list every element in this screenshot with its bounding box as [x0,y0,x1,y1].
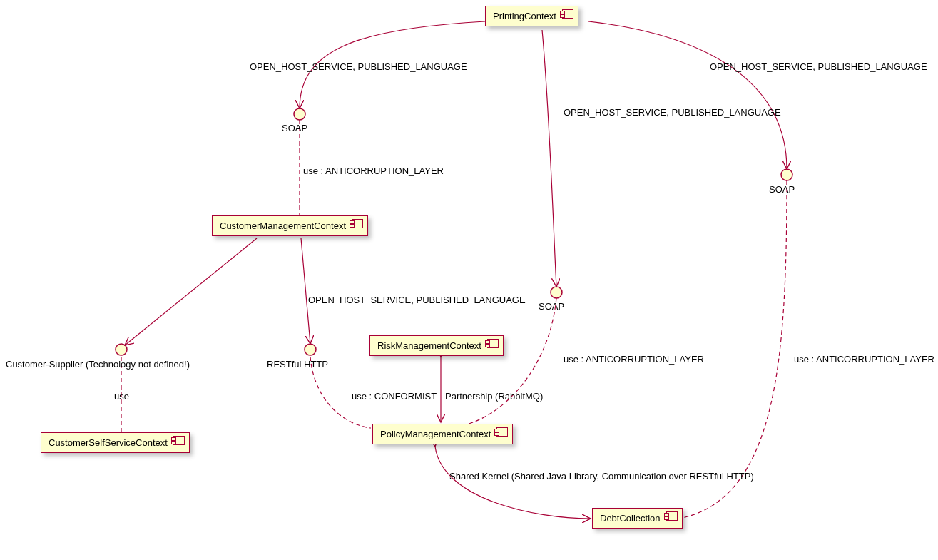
uml-component-icon [173,436,185,445]
component-label: PolicyManagementContext [380,429,491,439]
component-policy-management-context: PolicyManagementContext [372,424,513,444]
uml-component-icon [352,219,363,228]
label-acl-2: use : ANTICORRUPTION_LAYER [564,354,704,365]
component-customer-self-service-context: CustomerSelfServiceContext [41,432,190,453]
interface-label-soap-left: SOAP [282,123,307,133]
uml-component-icon [666,511,678,521]
interface-soap-left [294,108,305,120]
component-debt-collection: DebtCollection [592,508,683,529]
label-shared-kernel: Shared Kernel (Shared Java Library, Comm… [449,471,754,482]
component-risk-management-context: RiskManagementContext [369,335,504,356]
uml-component-icon [496,427,508,437]
interface-soap-right [781,169,792,180]
label-ohs-pl-1: OPEN_HOST_SERVICE, PUBLISHED_LANGUAGE [250,61,467,72]
label-acl-3: use : ANTICORRUPTION_LAYER [794,354,934,365]
component-label: CustomerSelfServiceContext [49,437,168,448]
interface-label-restful: RESTful HTTP [267,359,328,370]
label-acl-1: use : ANTICORRUPTION_LAYER [303,166,444,176]
label-ohs-pl-3: OPEN_HOST_SERVICE, PUBLISHED_LANGUAGE [710,61,927,72]
component-label: RiskManagementContext [377,340,481,351]
label-conformist: use : CONFORMIST [352,391,437,402]
component-label: PrintingContext [493,11,556,21]
uml-component-icon [562,9,573,19]
component-label: CustomerManagementContext [220,220,346,231]
interface-cust-supplier [116,344,127,355]
interface-soap-mid [551,287,562,298]
interface-restful [305,344,316,355]
interface-label-soap-mid: SOAP [539,301,564,312]
label-use: use [114,391,129,402]
component-label: DebtCollection [600,513,661,524]
interface-label-soap-right: SOAP [769,184,795,195]
uml-component-icon [487,339,499,348]
component-customer-management-context: CustomerManagementContext [212,215,368,236]
interface-label-cust-supplier: Customer-Supplier (Technology not define… [6,359,190,370]
label-ohs-pl-2: OPEN_HOST_SERVICE, PUBLISHED_LANGUAGE [564,107,781,118]
label-ohs-pl-4: OPEN_HOST_SERVICE, PUBLISHED_LANGUAGE [308,295,526,305]
label-partnership: Partnership (RabbitMQ) [445,391,543,402]
component-printing-context: PrintingContext [485,6,578,26]
